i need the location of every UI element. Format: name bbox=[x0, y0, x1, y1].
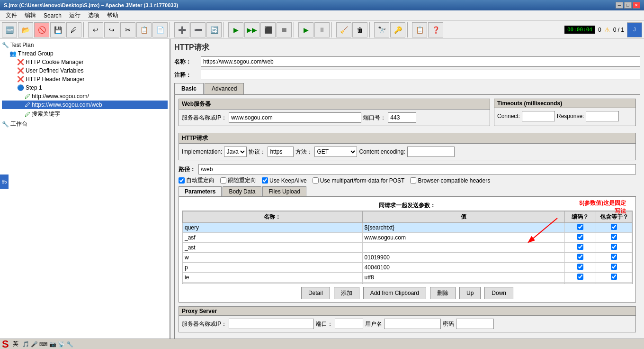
toggle-button[interactable]: 🔄 bbox=[206, 22, 222, 37]
left-scroll-tab[interactable]: 65 bbox=[0, 174, 9, 189]
table-row[interactable]: w 01019900 bbox=[183, 253, 632, 263]
menu-edit[interactable]: 编辑 bbox=[21, 10, 40, 20]
server-input[interactable] bbox=[229, 112, 361, 123]
menu-options[interactable]: 选项 bbox=[84, 10, 103, 20]
paste-button[interactable]: 📄 bbox=[152, 22, 168, 37]
browser-headers-checkbox[interactable] bbox=[410, 177, 416, 184]
tree-item-http2[interactable]: 🖊 https://www.sogou.com/web bbox=[2, 101, 168, 109]
sub-tab-files-upload[interactable]: Files Upload bbox=[262, 186, 306, 196]
tree-item-search-keyword[interactable]: 🖊 搜索关键字 bbox=[2, 109, 168, 119]
start-no-pause-button[interactable]: ▶▶ bbox=[244, 22, 259, 37]
open-button[interactable]: 📂 bbox=[18, 22, 33, 37]
redo-button[interactable]: ↪ bbox=[104, 22, 119, 37]
cut-button[interactable]: ✂ bbox=[120, 22, 135, 37]
up-button[interactable]: Up bbox=[459, 287, 481, 299]
port-input[interactable] bbox=[388, 112, 416, 123]
impl-select[interactable]: Java bbox=[224, 147, 247, 157]
logo-button[interactable]: J bbox=[627, 22, 642, 37]
tree-item-user-vars[interactable]: ❌ User Defined Variables bbox=[2, 66, 168, 75]
detail-button[interactable]: Detail bbox=[301, 287, 330, 299]
proxy-port-input[interactable] bbox=[335, 319, 363, 329]
checkbox-multipart[interactable]: Use multipart/form-data for POST bbox=[313, 177, 405, 184]
param-include[interactable] bbox=[596, 223, 632, 233]
param-include[interactable] bbox=[596, 253, 632, 263]
remote-stop-button[interactable]: ⏸ bbox=[314, 22, 330, 37]
menu-help[interactable]: 帮助 bbox=[103, 10, 122, 20]
tree-item-step1[interactable]: 🔵 Step 1 bbox=[2, 83, 168, 92]
undo-button[interactable]: ↩ bbox=[88, 22, 103, 37]
param-encode[interactable] bbox=[564, 273, 596, 283]
params-table-wrapper[interactable]: 名称： 值 编码？ 包含等于？ query ${searchtxt} _asf bbox=[182, 211, 633, 284]
param-encode[interactable] bbox=[564, 233, 596, 243]
table-row[interactable]: query ${searchtxt} bbox=[183, 223, 632, 233]
param-include[interactable] bbox=[596, 233, 632, 243]
protocol-input[interactable] bbox=[268, 147, 294, 157]
table-row[interactable]: ie utf8 bbox=[183, 273, 632, 283]
auto-redirect-checkbox[interactable] bbox=[179, 177, 185, 184]
tree-item-header-manager[interactable]: ❌ HTTP Header Manager bbox=[2, 75, 168, 83]
param-encode[interactable] bbox=[564, 253, 596, 263]
list-button[interactable]: 📋 bbox=[412, 22, 427, 37]
help-button[interactable]: ❓ bbox=[428, 22, 443, 37]
save-test-button[interactable]: 🖊 bbox=[66, 22, 81, 37]
down-button[interactable]: Down bbox=[484, 287, 513, 299]
checkbox-keepalive[interactable]: Use KeepAlive bbox=[262, 177, 307, 184]
add-clipboard-button[interactable]: Add from Clipboard bbox=[363, 287, 426, 299]
proxy-server-input[interactable] bbox=[229, 319, 314, 329]
tree-item-workbench[interactable]: 🔧 工作台 bbox=[2, 119, 168, 129]
shutdown-button[interactable]: ⏹ bbox=[277, 22, 292, 37]
keepalive-checkbox[interactable] bbox=[262, 177, 268, 184]
remote-start-button[interactable]: ▶ bbox=[298, 22, 313, 37]
function-button[interactable]: 🔑 bbox=[390, 22, 405, 37]
multipart-checkbox[interactable] bbox=[313, 177, 319, 184]
param-include[interactable] bbox=[596, 273, 632, 283]
browse-button[interactable]: 🔭 bbox=[374, 22, 389, 37]
param-encode[interactable] bbox=[564, 223, 596, 233]
proxy-password-input[interactable] bbox=[456, 319, 494, 329]
connect-input[interactable] bbox=[522, 111, 555, 121]
new-button[interactable]: 🆕 bbox=[2, 22, 17, 37]
param-encode[interactable] bbox=[564, 283, 596, 285]
collapse-button[interactable]: ➖ bbox=[190, 22, 206, 37]
maximize-button[interactable]: □ bbox=[624, 2, 632, 9]
method-select[interactable]: GET POST bbox=[314, 147, 357, 157]
add-button[interactable]: 添加 bbox=[334, 287, 359, 299]
menu-search[interactable]: Search bbox=[40, 11, 65, 20]
save-button[interactable]: 🚫 bbox=[34, 22, 49, 37]
close-button[interactable]: ✕ bbox=[633, 2, 640, 9]
delete-button[interactable]: 删除 bbox=[430, 287, 456, 299]
sub-tab-body-data[interactable]: Body Data bbox=[223, 186, 261, 196]
checkbox-auto-redirect[interactable]: 自动重定向 bbox=[179, 176, 215, 184]
proxy-username-input[interactable] bbox=[384, 319, 441, 329]
tree-item-test-plan[interactable]: 🔧 Test Plan bbox=[2, 41, 168, 49]
tab-basic[interactable]: Basic bbox=[174, 83, 204, 94]
path-input[interactable] bbox=[198, 164, 636, 174]
name-input[interactable] bbox=[201, 56, 640, 67]
param-include[interactable] bbox=[596, 243, 632, 253]
save-file-button[interactable]: 💾 bbox=[50, 22, 65, 37]
response-input[interactable] bbox=[586, 111, 619, 121]
clear-all-button[interactable]: 🗑 bbox=[352, 22, 367, 37]
table-row[interactable]: from index-nologin bbox=[183, 283, 632, 285]
table-row[interactable]: p 40040100 bbox=[183, 263, 632, 273]
tab-advanced[interactable]: Advanced bbox=[205, 83, 244, 94]
checkbox-follow-redirect[interactable]: 跟随重定向 bbox=[220, 176, 256, 184]
minimize-button[interactable]: ─ bbox=[616, 2, 623, 9]
tree-item-http1[interactable]: 🖊 http://www.sogou.com/ bbox=[2, 92, 168, 101]
clear-button[interactable]: 🧹 bbox=[336, 22, 351, 37]
menu-file[interactable]: 文件 bbox=[2, 10, 21, 20]
follow-redirect-checkbox[interactable] bbox=[220, 177, 226, 184]
param-include[interactable] bbox=[596, 283, 632, 285]
window-controls[interactable]: ─ □ ✕ bbox=[616, 2, 640, 9]
tree-item-cookie-manager[interactable]: ❌ HTTP Cookie Manager bbox=[2, 58, 168, 66]
param-include[interactable] bbox=[596, 263, 632, 273]
checkbox-browser-headers[interactable]: Browser-compatible headers bbox=[410, 177, 490, 184]
table-row[interactable]: _asf www.sogou.com bbox=[183, 233, 632, 243]
table-row[interactable]: _ast bbox=[183, 243, 632, 253]
expand-button[interactable]: ➕ bbox=[174, 22, 189, 37]
copy-button[interactable]: 📋 bbox=[136, 22, 152, 37]
menu-run[interactable]: 运行 bbox=[65, 10, 84, 20]
sub-tab-parameters[interactable]: Parameters bbox=[179, 186, 222, 196]
encoding-input[interactable] bbox=[407, 147, 455, 157]
param-encode[interactable] bbox=[564, 263, 596, 273]
